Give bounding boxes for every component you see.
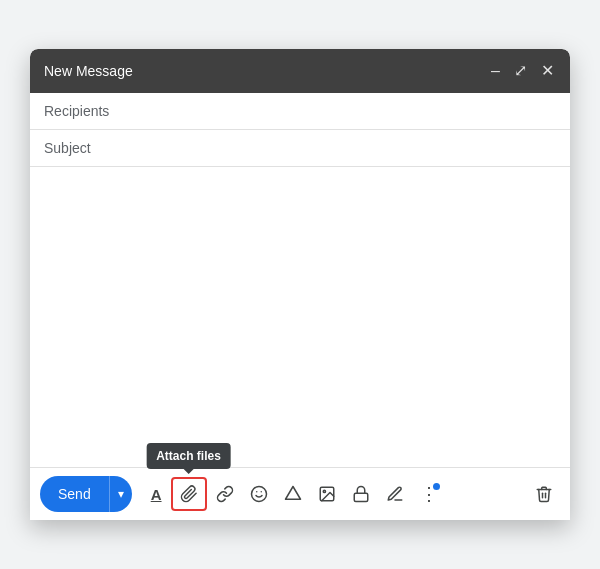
pen-icon [386,485,404,503]
link-button[interactable] [209,479,241,509]
compose-body[interactable] [30,167,570,467]
emoji-icon [250,485,268,503]
delete-button[interactable] [528,479,560,509]
send-dropdown-button[interactable]: ▾ [109,476,132,512]
send-dropdown-icon: ▾ [118,487,124,501]
svg-point-0 [251,487,266,502]
more-dot [433,483,440,490]
subject-input[interactable] [44,140,556,156]
minimize-icon[interactable]: – [489,61,502,81]
compose-title: New Message [44,63,133,79]
compose-toolbar: Send ▾ A Attach files [30,467,570,520]
svg-rect-6 [354,493,368,501]
attach-button[interactable] [171,477,207,511]
svg-marker-3 [285,487,300,500]
format-text-button[interactable]: A [144,481,169,508]
more-button[interactable]: ⋮ [413,479,444,509]
drive-button[interactable] [277,479,309,509]
expand-icon[interactable]: ⤢ [512,61,529,81]
send-button[interactable]: Send [40,476,109,512]
photo-button[interactable] [311,479,343,509]
close-icon[interactable]: ✕ [539,61,556,81]
send-button-wrap: Send ▾ [40,476,132,512]
recipients-input[interactable] [44,103,556,119]
lock-button[interactable] [345,479,377,509]
delete-icon [535,485,553,503]
compose-window: New Message – ⤢ ✕ Send ▾ A Attach files [30,49,570,520]
link-icon [216,485,234,503]
header-actions: – ⤢ ✕ [489,61,556,81]
paperclip-icon [180,485,198,503]
lock-icon [352,485,370,503]
drive-icon [284,485,302,503]
emoji-button[interactable] [243,479,275,509]
recipients-field [30,93,570,130]
pen-button[interactable] [379,479,411,509]
attach-tooltip-wrap: Attach files [171,477,207,511]
subject-field [30,130,570,167]
compose-header: New Message – ⤢ ✕ [30,49,570,93]
format-text-icon: A [151,487,162,502]
photo-icon [318,485,336,503]
svg-point-5 [323,490,325,492]
